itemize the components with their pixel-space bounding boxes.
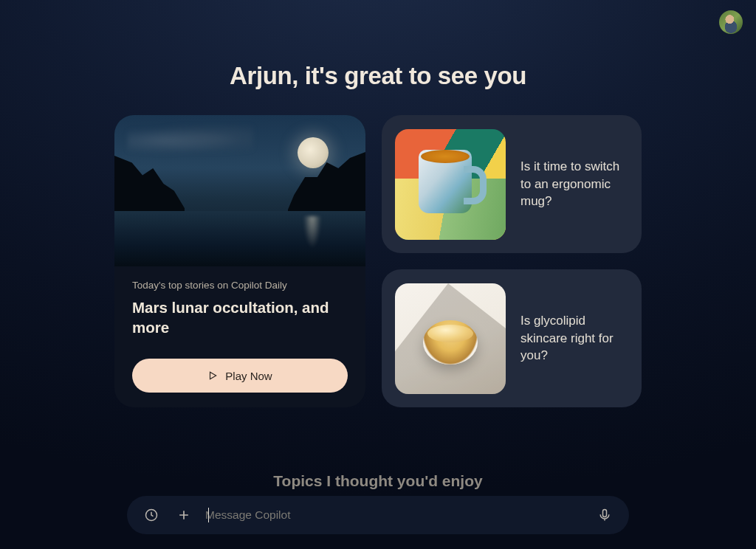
message-composer <box>127 496 629 534</box>
history-icon <box>144 508 159 522</box>
message-input[interactable] <box>205 508 583 522</box>
suggestion-card-skincare[interactable]: Is glycolipid skincare right for you? <box>382 269 642 407</box>
suggestion-text: Is glycolipid skincare right for you? <box>520 312 628 365</box>
play-now-label: Play Now <box>225 370 272 382</box>
suggestion-image-mug <box>395 129 506 240</box>
play-now-button[interactable]: Play Now <box>132 359 348 393</box>
plus-icon <box>176 508 191 522</box>
daily-card[interactable]: Today's top stories on Copilot Daily Mar… <box>114 115 365 407</box>
play-icon <box>207 370 218 381</box>
mic-button[interactable] <box>594 504 616 526</box>
content-cards: Today's top stories on Copilot Daily Mar… <box>114 115 642 407</box>
mic-icon <box>597 508 612 522</box>
suggestion-image-skincare <box>395 283 506 394</box>
text-caret <box>208 508 209 522</box>
topics-subtitle: Topics I thought you'd enjoy <box>273 472 482 490</box>
suggestion-text: Is it time to switch to an ergonomic mug… <box>520 158 628 210</box>
daily-kicker: Today's top stories on Copilot Daily <box>132 280 348 291</box>
greeting-title: Arjun, it's great to see you <box>230 62 526 90</box>
daily-headline: Mars lunar occultation, and more <box>132 298 348 337</box>
avatar[interactable] <box>719 10 743 34</box>
history-button[interactable] <box>140 504 162 526</box>
suggestion-card-mug[interactable]: Is it time to switch to an ergonomic mug… <box>382 115 642 253</box>
daily-card-image <box>114 115 365 266</box>
add-button[interactable] <box>173 504 195 526</box>
svg-rect-1 <box>603 510 607 517</box>
